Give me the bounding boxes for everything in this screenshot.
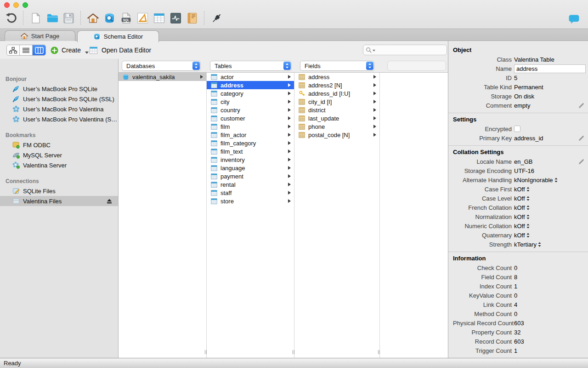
table-row[interactable]: film — [207, 122, 294, 131]
property-label: ID — [453, 75, 512, 81]
table-row[interactable]: film_text — [207, 147, 294, 155]
sql-editor-button[interactable]: SQL — [119, 11, 132, 25]
new-document-button[interactable] — [29, 11, 42, 25]
name-input[interactable] — [514, 64, 586, 73]
connect-button[interactable] — [210, 11, 223, 25]
search-options-caret-icon[interactable] — [373, 50, 375, 52]
table-icon — [211, 149, 217, 155]
open-data-editor-button[interactable]: Open Data Editor — [89, 45, 151, 56]
property-value: 1 — [514, 283, 517, 290]
sidebar-item[interactable]: User’s MacBook Pro SQLite — [0, 84, 118, 94]
fields-popup[interactable]: Fields — [300, 61, 374, 71]
table-row[interactable]: customer — [207, 114, 294, 122]
value-stepper-icon[interactable] — [526, 214, 530, 219]
sidebar-item-label: User’s MacBook Pro Valentina (S… — [23, 116, 117, 123]
edit-pencil-icon[interactable] — [578, 159, 584, 165]
field-row[interactable]: phone — [294, 122, 379, 131]
empty-column — [380, 73, 448, 358]
sidebar-item[interactable]: Valentina Files — [0, 196, 118, 206]
create-button[interactable]: Create — [51, 45, 89, 56]
row-label: address — [220, 82, 243, 89]
tab-schema-editor[interactable]: Schema Editor — [77, 30, 159, 42]
tab-start-page[interactable]: Start Page — [5, 30, 75, 41]
data-editor-button[interactable] — [153, 11, 165, 25]
row-label: last_update — [308, 115, 339, 122]
field-row[interactable]: district — [294, 106, 379, 114]
sidebar-item[interactable]: SQLite Files — [0, 186, 118, 196]
edit-pencil-icon[interactable] — [578, 103, 584, 109]
minimize-button[interactable] — [13, 2, 19, 8]
sidebar-item[interactable]: FM ODBC — [0, 140, 118, 150]
log-viewer-button[interactable] — [186, 11, 198, 25]
table-row[interactable]: city — [207, 98, 294, 106]
table-row[interactable]: film_actor — [207, 131, 294, 139]
table-icon — [211, 82, 217, 88]
encrypted-checkbox[interactable] — [514, 126, 520, 132]
schema-editor-button[interactable] — [103, 11, 116, 25]
server-monitor-button[interactable] — [169, 11, 182, 25]
start-page-button[interactable] — [86, 11, 99, 25]
field-row[interactable]: address2 [N] — [294, 81, 379, 89]
value-stepper-icon[interactable] — [526, 205, 530, 210]
table-row[interactable]: inventory — [207, 155, 294, 164]
table-row[interactable]: country — [207, 106, 294, 114]
table-row[interactable]: film_category — [207, 139, 294, 147]
new-document-icon — [30, 12, 41, 24]
row-label: film_actor — [220, 132, 246, 138]
value-stepper-icon[interactable] — [526, 196, 530, 201]
table-icon — [211, 198, 217, 204]
server-monitor-icon — [170, 12, 181, 24]
property-row: NormalizationkOff — [448, 212, 588, 221]
edit-pencil-icon[interactable] — [578, 135, 584, 141]
field-row[interactable]: city_id [I] — [294, 98, 379, 106]
row-label: staff — [220, 190, 232, 196]
field-row[interactable]: last_update — [294, 114, 379, 122]
field-row[interactable]: address_id [I:U] — [294, 89, 379, 98]
search-field[interactable] — [363, 45, 447, 55]
sidebar-item[interactable]: User’s MacBook Pro Valentina (S… — [0, 114, 118, 124]
tree-view-button[interactable] — [7, 45, 20, 55]
field-row[interactable]: address — [294, 73, 379, 81]
tables-popup[interactable]: Tables — [210, 61, 292, 71]
table-row[interactable]: staff — [207, 189, 294, 197]
feedback-bubble-icon[interactable] — [569, 15, 579, 24]
column-splitter-grip[interactable] — [293, 350, 294, 354]
property-row: StrengthkTertiary — [448, 240, 588, 249]
property-row: Table KindPermanent — [448, 82, 588, 92]
sidebar-item[interactable]: User’s MacBook Pro SQLite (SSL) — [0, 94, 118, 104]
property-row: Commentempty — [448, 101, 588, 110]
popup-stepper-icon — [283, 62, 291, 70]
list-view-button[interactable] — [20, 45, 33, 55]
table-row[interactable]: actor — [207, 73, 294, 81]
databases-popup[interactable]: Databases — [122, 61, 201, 71]
zoom-button[interactable] — [23, 2, 28, 8]
value-stepper-icon[interactable] — [526, 187, 530, 192]
value-stepper-icon[interactable] — [554, 178, 558, 183]
open-file-button[interactable] — [45, 11, 58, 25]
sidebar-item[interactable]: User’s MacBook Pro Valentina — [0, 104, 118, 114]
column-view-button[interactable] — [33, 45, 45, 55]
column-splitter-grip[interactable] — [378, 350, 380, 354]
undo-button[interactable] — [5, 11, 17, 25]
database-row[interactable]: valentina_sakila — [119, 73, 206, 81]
field-row[interactable]: postal_code [N] — [294, 131, 379, 139]
diagram-editor-button[interactable] — [136, 11, 149, 25]
value-stepper-icon[interactable] — [526, 224, 530, 229]
sidebar-item[interactable]: Valentina Server — [0, 160, 118, 170]
search-input[interactable] — [376, 46, 444, 53]
table-row[interactable]: payment — [207, 172, 294, 180]
table-row[interactable]: address — [207, 81, 294, 89]
table-row[interactable]: language — [207, 164, 294, 172]
row-label: country — [220, 107, 240, 114]
property-label: Record Count — [453, 338, 512, 345]
close-button[interactable] — [4, 2, 10, 8]
table-row[interactable]: category — [207, 89, 294, 98]
table-row[interactable]: rental — [207, 180, 294, 189]
status-text: Ready — [4, 360, 21, 367]
value-stepper-icon[interactable] — [538, 242, 541, 247]
save-button[interactable] — [62, 11, 75, 25]
column-splitter-grip[interactable] — [205, 350, 207, 354]
sidebar-item[interactable]: MySQL Server — [0, 150, 118, 160]
table-row[interactable]: store — [207, 197, 294, 205]
value-stepper-icon[interactable] — [526, 233, 530, 238]
